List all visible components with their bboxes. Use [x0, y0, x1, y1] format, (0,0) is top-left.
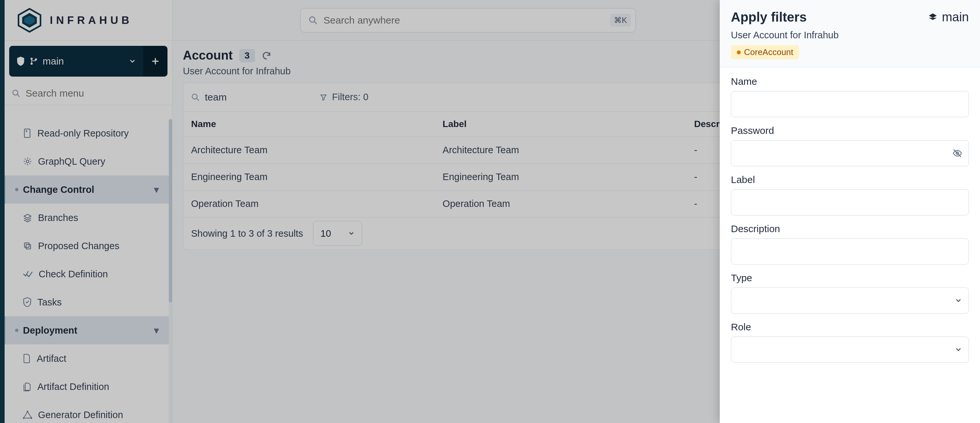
type-select[interactable]	[731, 287, 969, 314]
field-label: Name	[731, 76, 969, 87]
field-label: Role	[731, 322, 969, 333]
eye-off-icon[interactable]	[953, 148, 962, 158]
filters-drawer: Apply filters main User Account for Infr…	[720, 0, 980, 423]
description-input[interactable]	[731, 238, 969, 265]
drawer-branch: main	[928, 10, 969, 24]
layers-icon	[928, 12, 938, 22]
role-select[interactable]	[731, 337, 969, 363]
field-role: Role	[731, 322, 969, 363]
kind-tag-label: CoreAccount	[744, 47, 793, 57]
field-password: Password	[731, 125, 969, 166]
field-label: Type	[731, 272, 969, 284]
field-description: Description	[731, 223, 969, 265]
field-label: Password	[731, 125, 969, 136]
field-label: Label	[731, 174, 969, 185]
kind-tag: CoreAccount	[731, 45, 799, 59]
chevron-down-icon	[955, 297, 962, 304]
drawer-subtitle: User Account for Infrahub	[731, 30, 969, 41]
drawer-header: Apply filters main User Account for Infr…	[720, 0, 980, 67]
field-type: Type	[731, 272, 969, 314]
password-input[interactable]	[731, 140, 969, 166]
label-input[interactable]	[731, 189, 969, 215]
drawer-body: Name Password Label Description Type Rol…	[720, 67, 980, 371]
dot-icon	[737, 51, 741, 54]
chevron-down-icon	[955, 346, 962, 353]
field-label: Description	[731, 223, 969, 234]
field-name: Name	[731, 76, 969, 117]
field-label-f: Label	[731, 174, 969, 215]
name-input[interactable]	[731, 91, 969, 117]
drawer-branch-name: main	[942, 10, 969, 24]
drawer-title: Apply filters	[731, 10, 807, 25]
